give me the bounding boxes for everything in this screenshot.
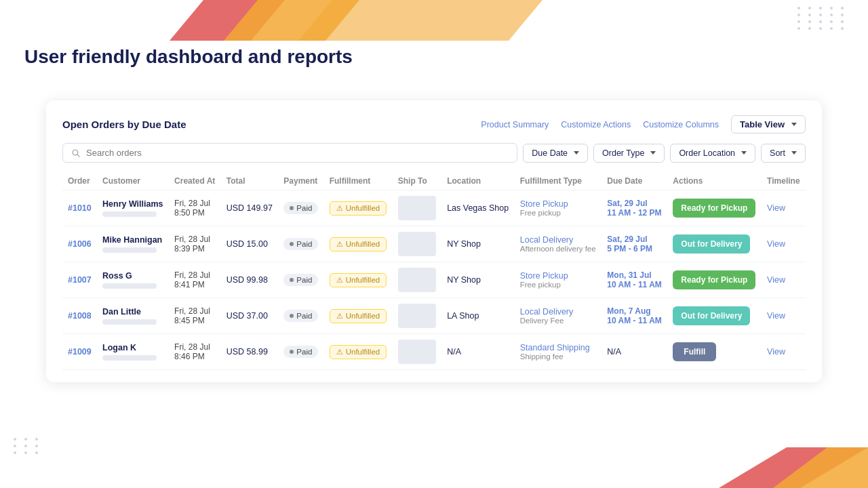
orders-table: Order Customer Created At Total Payment … (62, 172, 806, 370)
cell-payment: Paid (278, 190, 323, 226)
card-header-actions: Product Summary Customize Actions Custom… (481, 115, 806, 134)
created-time: 8:45 PM (174, 316, 216, 325)
view-link[interactable]: View (767, 203, 785, 213)
cell-due-date: Mon, 31 Jul10 AM - 11 AM (601, 262, 667, 298)
cell-action: Fulfill (667, 334, 762, 370)
action-button[interactable]: Out for Delivery (673, 306, 750, 325)
cell-view: View (762, 262, 806, 298)
due-date-link[interactable]: Mon, 7 Aug10 AM - 11 AM (607, 306, 661, 325)
cell-action: Ready for Pickup (667, 262, 762, 298)
cell-created-at: Fri, 28 Jul 8:39 PM (169, 226, 221, 262)
fulfillment-type-link[interactable]: Store Pickup (520, 199, 568, 209)
payment-badge: Paid (283, 310, 318, 322)
created-time: 8:41 PM (174, 280, 216, 289)
warning-icon: ⚠ (336, 312, 343, 321)
col-due-date: Due Date (601, 172, 667, 190)
cell-total: USD 15.00 (221, 226, 279, 262)
fulfillment-type-link[interactable]: Local Delivery (520, 307, 574, 317)
table-view-button[interactable]: Table View (731, 115, 806, 134)
payment-badge: Paid (283, 202, 318, 214)
col-ship-to: Ship To (393, 172, 441, 190)
chevron-down-icon (741, 151, 747, 155)
action-button[interactable]: Ready for Pickup (673, 199, 755, 218)
customer-sub (102, 247, 157, 253)
due-date-filter[interactable]: Due Date (523, 144, 588, 163)
card-header: Open Orders by Due Date Product Summary … (62, 115, 806, 134)
col-fulfillment: Fulfillment (324, 172, 393, 190)
cell-action: Out for Delivery (667, 298, 762, 334)
view-link[interactable]: View (767, 311, 785, 321)
order-id-link[interactable]: #1006 (68, 239, 92, 249)
order-type-filter[interactable]: Order Type (593, 144, 665, 163)
cell-fulfillment-type: Store Pickup Free pickup (515, 262, 602, 298)
fulfillment-sub: Delivery Fee (520, 317, 597, 325)
order-id-link[interactable]: #1010 (68, 203, 92, 213)
svg-marker-5 (719, 447, 868, 488)
customize-columns-link[interactable]: Customize Columns (643, 120, 719, 129)
table-row: #1007 Ross G Fri, 28 Jul 8:41 PM USD 99.… (62, 262, 806, 298)
order-id-link[interactable]: #1009 (68, 347, 92, 357)
cell-total: USD 149.97 (221, 190, 279, 226)
order-location-filter[interactable]: Order Location (670, 144, 755, 163)
cell-payment: Paid (278, 262, 323, 298)
cell-payment: Paid (278, 226, 323, 262)
cell-order-id: #1008 (62, 298, 97, 334)
cell-customer: Mike Hannigan (97, 226, 169, 262)
fulfillment-type-link[interactable]: Store Pickup (520, 271, 568, 281)
paid-dot (290, 350, 294, 354)
due-date-link[interactable]: Sat, 29 Jul11 AM - 12 PM (607, 199, 661, 218)
cell-location: NY Shop (441, 226, 515, 262)
fulfillment-sub: Shipping fee (520, 352, 597, 361)
customize-actions-link[interactable]: Customize Actions (561, 120, 631, 129)
paid-dot (290, 206, 294, 210)
action-button[interactable]: Fulfill (673, 342, 716, 361)
cell-due-date: Sat, 29 Jul5 PM - 6 PM (601, 226, 667, 262)
warning-icon: ⚠ (336, 240, 343, 249)
cell-due-date: Sat, 29 Jul11 AM - 12 PM (601, 190, 667, 226)
table-row: #1010 Henry Williams Fri, 28 Jul 8:50 PM… (62, 190, 806, 226)
search-input[interactable] (86, 148, 509, 158)
created-time: 8:50 PM (174, 208, 216, 218)
fulfillment-type-link[interactable]: Standard Shipping (520, 343, 590, 352)
order-id-link[interactable]: #1007 (68, 275, 92, 285)
created-time: 8:46 PM (174, 352, 216, 361)
fulfillment-type-link[interactable]: Local Delivery (520, 235, 574, 245)
product-summary-link[interactable]: Product Summary (481, 120, 549, 129)
fulfillment-badge: ⚠ Unfulfilled (330, 309, 387, 323)
col-customer: Customer (97, 172, 169, 190)
fulfillment-sub: Free pickup (520, 281, 597, 289)
cell-location: Las Vegas Shop (441, 190, 515, 226)
fulfillment-badge: ⚠ Unfulfilled (330, 237, 387, 251)
cell-created-at: Fri, 28 Jul 8:50 PM (169, 190, 221, 226)
due-date-na: N/A (607, 347, 621, 357)
cell-customer: Henry Williams (97, 190, 169, 226)
cell-due-date: Mon, 7 Aug10 AM - 11 AM (601, 298, 667, 334)
card-title: Open Orders by Due Date (62, 119, 186, 130)
due-date-link[interactable]: Sat, 29 Jul5 PM - 6 PM (607, 235, 652, 253)
cell-location: N/A (441, 334, 515, 370)
action-button[interactable]: Out for Delivery (673, 235, 750, 253)
dot-grid-bottom-left (14, 438, 42, 454)
dashboard-card: Open Orders by Due Date Product Summary … (46, 100, 822, 382)
due-date-link[interactable]: Mon, 31 Jul10 AM - 11 AM (607, 270, 661, 289)
view-link[interactable]: View (767, 347, 785, 357)
search-box[interactable] (62, 143, 517, 163)
action-button[interactable]: Ready for Pickup (673, 270, 755, 289)
cell-ship-to (393, 190, 441, 226)
fulfillment-badge: ⚠ Unfulfilled (330, 273, 387, 287)
col-payment: Payment (278, 172, 323, 190)
sort-filter[interactable]: Sort (761, 144, 806, 163)
view-link[interactable]: View (767, 239, 785, 249)
order-id-link[interactable]: #1008 (68, 311, 92, 321)
cell-customer: Ross G (97, 262, 169, 298)
svg-marker-0 (170, 0, 285, 41)
payment-badge: Paid (283, 274, 318, 286)
search-filter-row: Due Date Order Type Order Location Sort (62, 143, 806, 163)
fulfillment-badge: ⚠ Unfulfilled (330, 201, 387, 216)
dot-grid-top-right (797, 7, 848, 30)
view-link[interactable]: View (767, 275, 785, 285)
cell-fulfillment: ⚠ Unfulfilled (324, 190, 393, 226)
payment-badge: Paid (283, 238, 318, 250)
fulfillment-sub: Afternoon delivery fee (520, 245, 597, 253)
ship-image (398, 232, 436, 256)
